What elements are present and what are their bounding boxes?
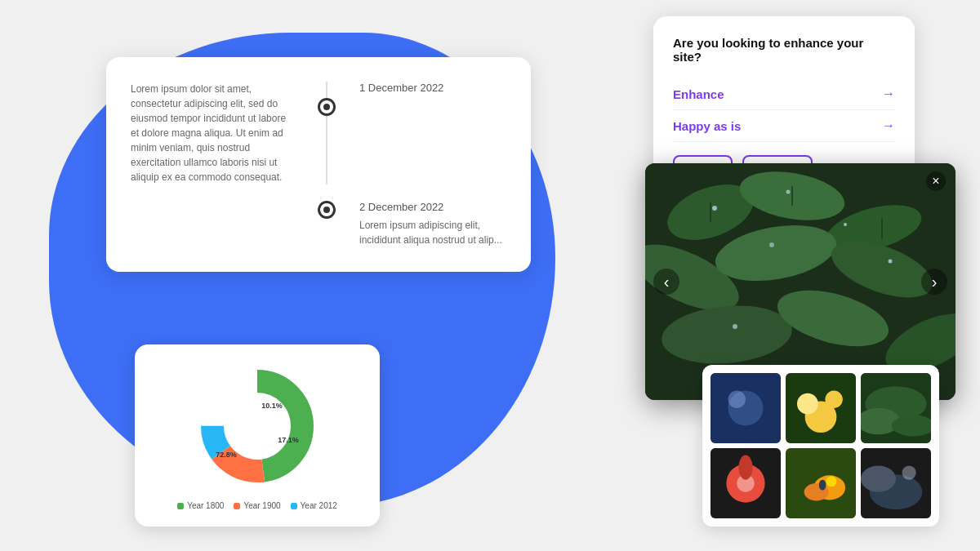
legend-dot-1900 [234,503,240,509]
svg-point-18 [844,223,847,226]
timeline-body-2: Lorem ipsum adipiscing elit, incididunt … [359,218,506,247]
thumbnail-grid [702,365,939,527]
timeline-date-right-1: 1 December 2022 [343,82,506,184]
svg-point-39 [738,455,752,480]
svg-text:10.1%: 10.1% [261,402,283,410]
svg-point-31 [825,391,843,409]
legend-label-2012: Year 2012 [301,501,337,510]
svg-point-43 [826,476,836,487]
svg-point-27 [728,391,746,409]
thumbnail-5[interactable] [786,448,856,518]
legend-label-1900: Year 1900 [243,501,280,510]
prev-icon[interactable]: ‹ [653,269,679,295]
timeline-date-right-2: 2 December 2022 Lorem ipsum adipiscing e… [343,201,506,247]
svg-point-30 [797,393,818,415]
svg-point-17 [786,190,791,194]
svg-point-16 [712,206,717,211]
donut-wrapper: 10.1% 17.1% 72.8% [151,361,363,491]
timeline-body-1: Lorem ipsum dolor sit amet, consectetur … [131,82,294,184]
legend-dot-1800 [177,503,184,509]
option-happy-label: Happy as is [673,119,741,133]
close-icon[interactable]: × [926,171,946,191]
option-happy-arrow: → [882,118,895,133]
legend-item-1900: Year 1900 [234,501,280,510]
donut-chart-svg: 10.1% 17.1% 72.8% [192,361,323,491]
next-icon[interactable]: › [921,269,947,295]
scene: Lorem ipsum dolor sit amet, consectetur … [0,0,980,551]
svg-point-20 [889,260,893,264]
donut-chart-card: 10.1% 17.1% 72.8% Year 1800 Year 1900 Ye… [135,344,380,527]
thumbnail-3[interactable] [861,373,931,443]
timeline-card: Lorem ipsum dolor sit amet, consectetur … [106,57,531,272]
thumbnail-6[interactable] [861,448,931,518]
svg-point-44 [819,480,826,491]
legend-item-2012: Year 2012 [291,501,337,510]
svg-point-19 [769,242,774,247]
thumbnail-1[interactable] [710,373,781,443]
timeline-text-left-1: Lorem ipsum dolor sit amet, consectetur … [131,82,310,184]
svg-point-48 [902,466,916,480]
legend-dot-2012 [291,503,297,509]
donut-legend: Year 1800 Year 1900 Year 2012 [151,501,363,510]
timeline-date-1: 1 December 2022 [359,82,506,94]
option-enhance[interactable]: Enhance → [673,78,895,110]
svg-text:72.8%: 72.8% [216,451,237,459]
thumbnail-4[interactable] [710,448,781,518]
question-title: Are you looking to enhance your site? [673,36,895,64]
svg-text:17.1%: 17.1% [278,436,299,444]
svg-point-47 [861,466,896,492]
legend-label-1800: Year 1800 [187,501,224,510]
timeline-text-left-2 [131,201,310,247]
option-enhance-arrow: → [882,87,895,101]
thumbnail-2[interactable] [786,373,856,443]
timeline-date-2: 2 December 2022 [359,201,506,213]
legend-item-1800: Year 1800 [177,501,224,510]
option-enhance-label: Enhance [673,87,724,101]
svg-point-21 [733,324,737,329]
option-happy[interactable]: Happy as is → [673,110,895,142]
